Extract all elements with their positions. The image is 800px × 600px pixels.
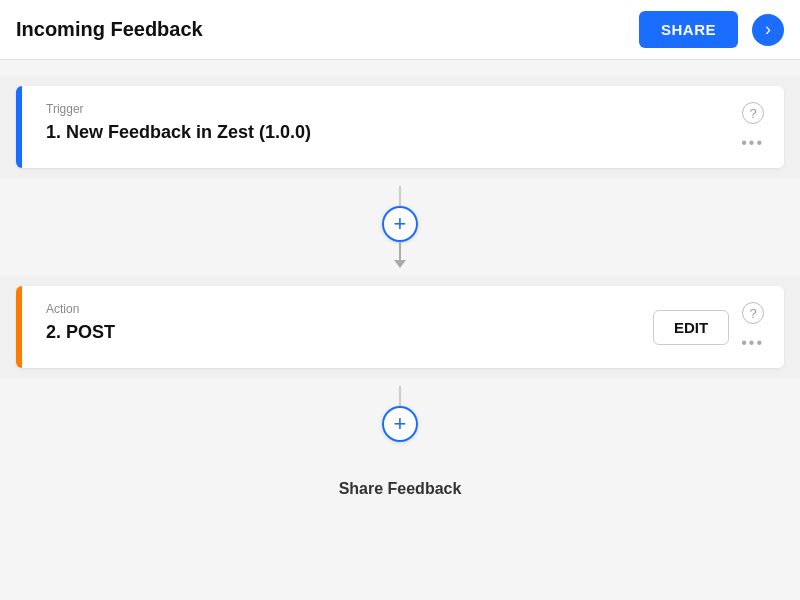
action-help-icon[interactable]: ? [742,302,764,324]
action-label: Action [46,302,653,316]
chevron-icon: › [765,19,771,40]
action-more-icon[interactable]: ••• [741,334,764,352]
trigger-section: Trigger 1. New Feedback in Zest (1.0.0) … [0,76,800,178]
action-card-body: Action 2. POST [36,302,653,343]
header-more-button[interactable]: › [752,14,784,46]
share-button[interactable]: SHARE [639,11,738,48]
action-card-actions: EDIT ? ••• [653,302,764,352]
trigger-label: Trigger [46,102,741,116]
workflow-content: Trigger 1. New Feedback in Zest (1.0.0) … [0,60,800,600]
plus-icon-2: + [394,411,407,437]
trigger-accent [16,86,22,168]
page-title: Incoming Feedback [16,18,203,41]
header: Incoming Feedback SHARE › [0,0,800,60]
trigger-help-icon[interactable]: ? [742,102,764,124]
trigger-card: Trigger 1. New Feedback in Zest (1.0.0) … [16,86,784,168]
connector-2-line [399,386,401,406]
trigger-more-icon[interactable]: ••• [741,134,764,152]
action-icon-group: ? ••• [741,302,764,352]
action-section: Action 2. POST EDIT ? ••• [0,276,800,378]
action-card: Action 2. POST EDIT ? ••• [16,286,784,368]
plus-icon-1: + [394,211,407,237]
share-feedback-section: Share Feedback [0,450,800,518]
add-step-button-1[interactable]: + [382,206,418,242]
trigger-card-body: Trigger 1. New Feedback in Zest (1.0.0) [36,102,741,143]
share-feedback-label: Share Feedback [339,480,462,497]
header-actions: SHARE › [639,11,784,48]
arrow-down-icon [394,260,406,268]
add-step-button-2[interactable]: + [382,406,418,442]
connector-1: + [0,178,800,276]
trigger-card-actions: ? ••• [741,102,764,152]
trigger-title: 1. New Feedback in Zest (1.0.0) [46,122,741,143]
action-accent [16,286,22,368]
connector-line-bottom [399,242,401,262]
connector-2: + [0,378,800,450]
edit-button[interactable]: EDIT [653,310,729,345]
action-title: 2. POST [46,322,653,343]
connector-line-top [399,186,401,206]
